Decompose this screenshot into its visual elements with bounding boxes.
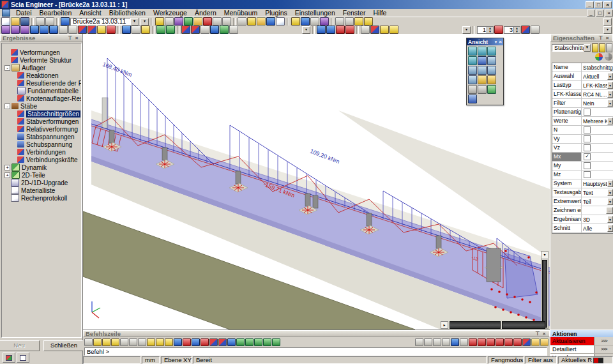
prop-ellipsis[interactable]: …: [582, 206, 613, 215]
tree-item-resultierende[interactable]: Resultierende der Reaktionen: [2, 79, 81, 87]
prop-checkbox[interactable]: [582, 126, 613, 134]
model-viewport[interactable]: 168,40 kNm 109,20 kNm -159,71 kNm -13 An…: [83, 34, 550, 330]
column-icon[interactable]: [40, 26, 49, 34]
prop-dropdown[interactable]: Text▼: [582, 188, 613, 197]
layers-icon[interactable]: [291, 17, 300, 26]
mdi-minimize-button[interactable]: _: [587, 10, 595, 17]
window-cascade-icon[interactable]: [345, 17, 354, 26]
chevron-down-icon[interactable]: ▼: [607, 82, 613, 89]
select-icon[interactable]: [122, 26, 131, 34]
document-gallery-icon[interactable]: [203, 17, 212, 26]
zoom-in-icon[interactable]: [487, 56, 496, 65]
redo-icon[interactable]: [45, 17, 54, 26]
status-filter[interactable]: Filter aus: [525, 356, 557, 364]
tree-item-2d-teile[interactable]: +2D-Teile: [2, 171, 81, 179]
coord-tool-icon[interactable]: [227, 338, 236, 346]
menu-bearbeiten[interactable]: Bearbeiten: [36, 9, 76, 17]
open-icon[interactable]: [11, 17, 20, 26]
menu-einstellungen[interactable]: Einstellungen: [291, 9, 339, 17]
select-by-material-icon[interactable]: [496, 338, 504, 346]
menu-bibliotheken[interactable]: Bibliotheken: [105, 9, 149, 17]
spinner-a[interactable]: 1 ▲▼: [477, 26, 494, 34]
prop-dropdown[interactable]: Nein▼: [582, 99, 613, 107]
dimension-icon[interactable]: [78, 26, 87, 34]
prop-checkbox[interactable]: ✓: [582, 153, 613, 161]
tree-item-stabschnittgroessen[interactable]: Stabschnittgrößen: [2, 110, 81, 118]
selection-save-icon[interactable]: [540, 338, 549, 346]
preview-icon[interactable]: [174, 17, 183, 26]
combo-options-icon[interactable]: ▾: [140, 18, 149, 26]
close-panel-icon[interactable]: ×: [541, 331, 547, 337]
menu-menuebaum[interactable]: Menübaum: [220, 9, 262, 17]
minimize-button[interactable]: _: [586, 1, 594, 8]
chevron-down-icon[interactable]: ▼: [494, 40, 497, 44]
snap-midpoint-icon[interactable]: [93, 338, 102, 346]
view-top-icon[interactable]: [468, 47, 477, 56]
selection-folder-icon[interactable]: [531, 338, 540, 346]
mirror-icon[interactable]: [191, 26, 200, 34]
tree-item-verformte-struktur[interactable]: Verformte Struktur: [2, 56, 81, 64]
prop-dropdown[interactable]: Teil▼: [582, 197, 613, 206]
calculate-icon[interactable]: [370, 26, 379, 34]
tree-item-verbindungskraefte[interactable]: Verbindungskräfte: [2, 156, 81, 163]
label-icon[interactable]: [87, 26, 96, 34]
tree-item-reaktionen[interactable]: Reaktionen: [2, 72, 81, 79]
chevron-down-icon[interactable]: ▼: [607, 198, 613, 205]
modify-more-icon[interactable]: ▾: [302, 26, 310, 34]
undo-icon[interactable]: [36, 17, 45, 26]
chevron-down-icon[interactable]: ▼: [607, 100, 613, 107]
tree-item-verformungen[interactable]: Verformungen: [2, 49, 81, 56]
action-more-button[interactable]: >>>: [594, 337, 613, 345]
filter-selection-icon[interactable]: [451, 338, 459, 346]
vscroll-thumb[interactable]: [542, 260, 547, 328]
snap-nearest-icon[interactable]: [147, 338, 155, 346]
tab-results-service[interactable]: [3, 353, 15, 363]
zoom-out-icon[interactable]: [468, 66, 477, 75]
hscroll-arrow-icon[interactable]: ▸: [441, 321, 448, 329]
close-panel-icon[interactable]: ×: [604, 35, 610, 41]
menu-aendern[interactable]: Ändern: [191, 9, 220, 17]
menu-ansicht[interactable]: Ansicht: [75, 9, 105, 17]
prop-dropdown[interactable]: LFK-Klasse▼: [582, 81, 613, 89]
prop-checkbox[interactable]: [582, 162, 613, 170]
import-icon[interactable]: [266, 17, 275, 26]
polyline-icon[interactable]: [11, 26, 20, 34]
prop-checkbox[interactable]: [582, 135, 613, 143]
polar-tool-icon[interactable]: [209, 338, 218, 346]
line-icon[interactable]: [1, 26, 10, 34]
chevron-down-icon[interactable]: ▼: [607, 189, 613, 196]
property-type-combo[interactable]: Stabschnittgrö ▼: [552, 44, 591, 52]
member-icon[interactable]: [30, 26, 39, 34]
prop-dropdown[interactable]: Alle▼: [582, 224, 613, 232]
beam-icon[interactable]: [49, 26, 58, 34]
snap-intersection-icon[interactable]: [111, 338, 119, 346]
chevron-down-icon[interactable]: ▼: [607, 180, 613, 187]
break-icon[interactable]: [229, 26, 238, 34]
status-layer[interactable]: Aktuelles R: [558, 356, 613, 364]
ucs-move-icon[interactable]: [245, 338, 254, 346]
combination-icon[interactable]: [521, 26, 530, 34]
move-icon[interactable]: [156, 26, 165, 34]
clipping-box-icon[interactable]: [468, 95, 477, 103]
prop-checkbox[interactable]: [582, 108, 613, 116]
document-icon[interactable]: [2, 9, 10, 17]
arc-tool-icon[interactable]: [192, 338, 200, 346]
view-palette-header[interactable]: Ansicht ▼ ×: [467, 38, 503, 45]
close-button[interactable]: ×: [603, 1, 612, 8]
cursor-mode-icon[interactable]: [174, 338, 182, 346]
load-icon[interactable]: [345, 26, 354, 34]
new-icon[interactable]: [1, 17, 10, 26]
filter-edit-icon[interactable]: [599, 43, 605, 52]
mdi-close-button[interactable]: ×: [605, 10, 613, 17]
rotate-icon[interactable]: [181, 26, 190, 34]
prop-dropdown[interactable]: 3D▼: [582, 215, 613, 224]
render-mode-icon[interactable]: [468, 85, 477, 94]
status-plane[interactable]: Ebene XY: [161, 356, 192, 364]
save-icon[interactable]: [20, 17, 29, 26]
print-icon[interactable]: [165, 17, 174, 26]
select-all-icon[interactable]: [132, 26, 140, 34]
action-more-button[interactable]: >>>: [594, 345, 613, 353]
edit-pencil-icon[interactable]: [606, 43, 612, 52]
zoom-window-icon[interactable]: [478, 66, 487, 75]
hatch-icon[interactable]: [97, 26, 106, 34]
